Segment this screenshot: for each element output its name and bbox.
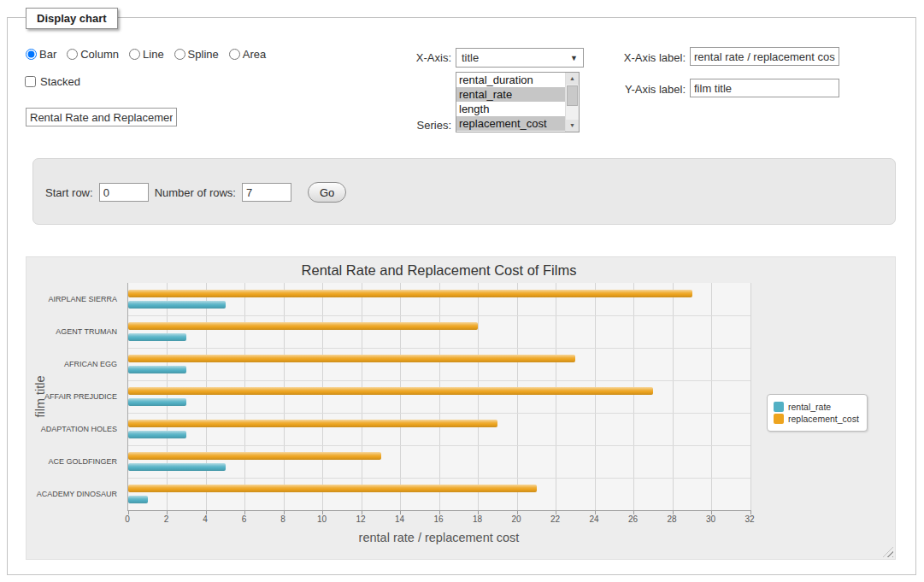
go-button[interactable]: Go — [308, 182, 346, 203]
chart-type-label: Spline — [188, 48, 219, 61]
chart-type-radio-bar[interactable] — [26, 49, 37, 60]
legend-label: replacement_cost — [788, 414, 859, 424]
series-option-rental_duration[interactable]: rental_duration — [456, 73, 565, 87]
start-row-input[interactable] — [99, 183, 149, 202]
chart-type-radio-spline[interactable] — [174, 49, 185, 60]
bar-replacement_cost — [128, 420, 497, 427]
band-gridline — [128, 445, 750, 446]
fieldset-legend: Display chart — [26, 8, 118, 29]
category-label: AGENT TRUMAN — [26, 315, 122, 348]
band-gridline — [128, 413, 750, 414]
x-tick-label: 32 — [737, 514, 762, 524]
x-tick-label: 8 — [270, 514, 296, 524]
band-gridline — [128, 348, 750, 349]
x-tick-label: 6 — [232, 514, 257, 524]
stacked-option[interactable]: Stacked — [25, 75, 80, 88]
scrollbar-thumb[interactable] — [567, 85, 578, 106]
x-axis-label-caption: X-Axis label: — [607, 51, 686, 64]
gridline — [517, 283, 518, 510]
series-list-items: rental_durationrental_ratelengthreplacem… — [456, 73, 565, 132]
chart-x-tick-labels: 02468101214161820222426283032 — [127, 514, 750, 526]
bar-rental_rate — [128, 463, 226, 471]
chart-type-spline[interactable]: Spline — [174, 48, 219, 61]
x-tick-label: 20 — [503, 514, 529, 524]
number-of-rows-input[interactable] — [242, 183, 291, 202]
series-list-scrollbar[interactable]: ▲ ▼ — [565, 73, 579, 132]
x-tick-label: 24 — [581, 514, 607, 524]
bar-rental_rate — [128, 398, 186, 406]
chart-type-label: Area — [243, 48, 266, 61]
scroll-up-icon[interactable]: ▲ — [566, 73, 579, 85]
legend-label: rental_rate — [788, 402, 831, 412]
chart-type-radio-column[interactable] — [67, 49, 78, 60]
select-dropdown-arrow-icon: ▼ — [570, 54, 578, 62]
chart-type-radio-line[interactable] — [129, 49, 140, 60]
bar-replacement_cost — [128, 290, 692, 297]
chart-type-column[interactable]: Column — [67, 48, 119, 61]
number-of-rows-label: Number of rows: — [155, 186, 236, 199]
chart-type-label: Bar — [39, 48, 56, 61]
category-label: AFRICAN EGG — [26, 348, 122, 380]
gridline — [673, 283, 674, 510]
x-tick-label: 18 — [465, 514, 491, 524]
x-tick-label: 12 — [348, 514, 374, 524]
legend-swatch-icon — [774, 402, 784, 412]
y-axis-label-input[interactable] — [690, 79, 839, 97]
band-gridline — [128, 315, 750, 316]
x-tick-label: 2 — [154, 514, 180, 524]
scroll-down-icon[interactable]: ▼ — [566, 120, 579, 132]
x-tick-label: 28 — [659, 514, 685, 524]
gridline — [711, 283, 712, 510]
stacked-label: Stacked — [40, 75, 80, 88]
gridline — [595, 283, 596, 510]
gridline — [478, 283, 479, 510]
x-tick-label: 26 — [621, 514, 646, 524]
gridline — [322, 283, 323, 510]
x-axis-select[interactable]: title ▼ — [456, 48, 584, 68]
row-controls-panel: Start row: Number of rows: Go — [32, 158, 896, 225]
chart-type-radio-area[interactable] — [229, 49, 240, 60]
chart-type-line[interactable]: Line — [129, 48, 164, 61]
x-tick-label: 14 — [387, 514, 413, 524]
x-tick-label: 4 — [192, 514, 218, 524]
series-option-rental_rate[interactable]: rental_rate — [456, 87, 565, 102]
legend-item-replacement_cost[interactable]: replacement_cost — [774, 414, 859, 424]
gridline — [167, 283, 168, 510]
series-listbox[interactable]: rental_durationrental_ratelengthreplacem… — [456, 72, 580, 132]
stacked-checkbox[interactable] — [25, 76, 36, 87]
category-label: ACE GOLDFINGER — [26, 445, 122, 478]
gridline — [400, 283, 401, 510]
chart-type-area[interactable]: Area — [229, 48, 266, 61]
legend-item-rental_rate[interactable]: rental_rate — [774, 402, 859, 412]
chart-title: Rental Rate and Replacement Cost of Film… — [127, 262, 750, 279]
resize-handle-icon[interactable] — [883, 547, 893, 557]
bar-replacement_cost — [128, 322, 478, 330]
x-tick-label: 30 — [698, 514, 724, 524]
legend-swatch-icon — [774, 414, 784, 424]
plot-area — [127, 283, 750, 511]
bar-rental_rate — [128, 366, 186, 373]
bar-replacement_cost — [128, 387, 653, 395]
start-row-label: Start row: — [45, 186, 93, 199]
gridline — [633, 283, 634, 510]
x-tick-label: 0 — [115, 514, 140, 524]
bar-replacement_cost — [128, 355, 575, 362]
row-controls: Start row: Number of rows: Go — [45, 182, 346, 203]
category-label: AIRPLANE SIERRA — [26, 283, 122, 315]
chart-type-label: Line — [143, 48, 164, 61]
chart-legend: rental_ratereplacement_cost — [767, 394, 868, 432]
series-option-replacement_cost[interactable]: replacement_cost — [456, 116, 565, 131]
chart-type-bar[interactable]: Bar — [26, 48, 56, 61]
bar-replacement_cost — [128, 485, 537, 492]
series-option-length[interactable]: length — [456, 102, 565, 116]
x-axis-label-input[interactable] — [690, 47, 839, 66]
chart-title-input[interactable] — [26, 108, 177, 126]
band-gridline — [128, 478, 750, 479]
gridline — [362, 283, 362, 510]
bar-replacement_cost — [128, 452, 381, 460]
chart-category-labels: AIRPLANE SIERRAAGENT TRUMANAFRICAN EGGAF… — [26, 283, 122, 511]
bar-rental_rate — [128, 496, 148, 503]
series-caption: Series: — [376, 119, 451, 132]
gridline — [556, 283, 556, 510]
category-label: AFFAIR PREJUDICE — [26, 380, 122, 413]
